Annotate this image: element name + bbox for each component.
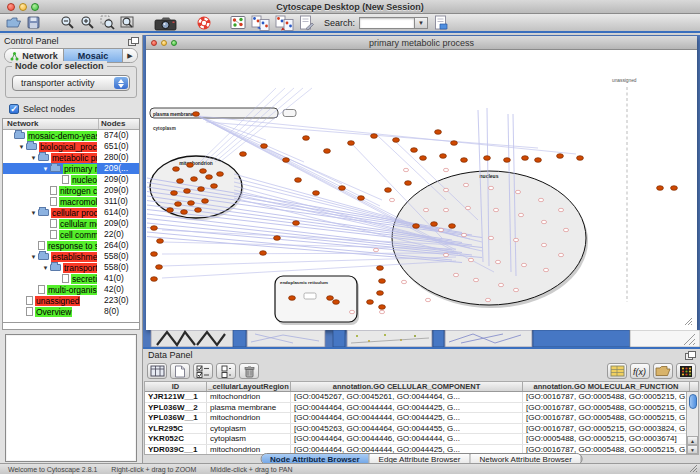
new-attribute-button[interactable]: [170, 363, 190, 379]
gene-node-unhighlighted[interactable]: [463, 183, 468, 186]
gene-node[interactable]: [200, 169, 207, 174]
zoom-out-button[interactable]: [60, 14, 76, 32]
background-windows-strip[interactable]: [143, 330, 700, 347]
er-collapsed-group[interactable]: [304, 293, 316, 299]
node-color-dropdown[interactable]: transporter activity: [12, 75, 130, 91]
gene-node[interactable]: [377, 291, 384, 296]
tree-row[interactable]: Overview8(0): [3, 306, 139, 317]
attribute-select-button[interactable]: [147, 363, 167, 379]
plasma-membrane-region[interactable]: plasma membrane: [150, 108, 296, 118]
zoom-in-button[interactable]: [80, 14, 96, 32]
gene-node-unhighlighted[interactable]: [401, 280, 406, 283]
minimize-icon[interactable]: [19, 3, 27, 11]
gene-node[interactable]: [367, 300, 374, 305]
gene-node[interactable]: [504, 158, 511, 163]
gene-node[interactable]: [177, 179, 184, 184]
gene-node[interactable]: [274, 236, 281, 241]
gene-node-unhighlighted[interactable]: [495, 260, 500, 263]
gene-node-unhighlighted[interactable]: [518, 213, 523, 216]
gene-node[interactable]: [358, 196, 365, 201]
gene-node[interactable]: [339, 186, 346, 191]
gene-node[interactable]: [206, 175, 213, 180]
select-all-attributes-button[interactable]: [193, 363, 213, 379]
gene-node[interactable]: [283, 158, 290, 163]
gene-node[interactable]: [413, 224, 420, 229]
tree-column-nodes[interactable]: Nodes: [99, 119, 139, 129]
tree-row[interactable]: cell communicat22(0): [3, 229, 139, 240]
gene-node-unhighlighted[interactable]: [563, 228, 568, 231]
tree-row[interactable]: secretion41(0): [3, 273, 139, 284]
open-button[interactable]: [6, 14, 22, 32]
gene-node-unhighlighted[interactable]: [389, 198, 394, 201]
column-header[interactable]: _cellularLayoutRegion: [207, 382, 291, 391]
gene-node[interactable]: [191, 177, 198, 182]
gene-node[interactable]: [261, 144, 268, 149]
gene-node[interactable]: [385, 188, 392, 193]
gene-node-unhighlighted[interactable]: [558, 253, 563, 256]
gene-node[interactable]: [577, 156, 584, 161]
disclosure-triangle-icon[interactable]: ▼: [29, 254, 38, 260]
gene-node-unhighlighted[interactable]: [438, 228, 443, 231]
gene-node-unhighlighted[interactable]: [538, 198, 543, 201]
help-button[interactable]: [196, 14, 212, 32]
gene-node-unhighlighted[interactable]: [493, 208, 498, 211]
gene-node[interactable]: [151, 277, 158, 282]
column-header[interactable]: ID: [145, 382, 207, 391]
select-nodes-checkbox[interactable]: ✓: [9, 104, 19, 114]
gene-node[interactable]: [198, 187, 205, 192]
tree-row[interactable]: macromolecule311(0): [3, 196, 139, 207]
gene-node[interactable]: [451, 141, 458, 146]
gene-node[interactable]: [327, 296, 334, 301]
tree-row[interactable]: nucleobase-209(0): [3, 174, 139, 185]
birds-eye-view[interactable]: [5, 334, 137, 462]
tree-row[interactable]: mosaic-demo-yeast874(0): [3, 130, 139, 141]
column-header[interactable]: annotation.GO CELLULAR_COMPONENT: [291, 382, 523, 391]
gene-node[interactable]: [333, 300, 340, 305]
gene-node-unhighlighted[interactable]: [473, 278, 478, 281]
unselect-all-attributes-button[interactable]: [216, 363, 236, 379]
gene-node-unhighlighted[interactable]: [541, 243, 546, 246]
gene-node[interactable]: [295, 178, 302, 183]
gene-node[interactable]: [181, 210, 188, 215]
disclosure-triangle-icon[interactable]: ▼: [29, 155, 38, 161]
gene-node-unhighlighted[interactable]: [513, 288, 518, 291]
gene-node[interactable]: [184, 189, 191, 194]
gene-node[interactable]: [348, 141, 355, 146]
gene-node-unhighlighted[interactable]: [488, 186, 493, 189]
gene-node[interactable]: [157, 239, 164, 244]
save-button[interactable]: [26, 14, 42, 32]
gene-node[interactable]: [657, 186, 664, 191]
tree-row[interactable]: ▼biological_process651(0): [3, 141, 139, 152]
zoom-fit-button[interactable]: [120, 14, 136, 32]
gene-node[interactable]: [371, 134, 378, 139]
gene-node[interactable]: [449, 224, 456, 229]
gene-node-unhighlighted[interactable]: [515, 190, 520, 193]
gene-node[interactable]: [156, 265, 163, 270]
gene-node[interactable]: [484, 156, 491, 161]
disclosure-triangle-icon[interactable]: ▼: [17, 144, 26, 150]
gene-node[interactable]: [393, 138, 400, 143]
network-overview-button[interactable]: [230, 14, 247, 32]
gene-node[interactable]: [440, 154, 447, 159]
gene-node[interactable]: [175, 202, 182, 207]
gene-node[interactable]: [522, 156, 529, 161]
app-resize-grip-icon[interactable]: [689, 464, 698, 474]
gene-node-unhighlighted[interactable]: [373, 248, 378, 251]
gene-node-unhighlighted[interactable]: [425, 298, 430, 301]
gene-node[interactable]: [377, 266, 384, 271]
attribute-batch-button[interactable]: [607, 363, 627, 379]
advanced-search-button[interactable]: [434, 14, 449, 32]
formula-builder-button[interactable]: f(x): [630, 363, 650, 379]
vizmapper-button[interactable]: [299, 14, 314, 32]
close-icon[interactable]: [7, 3, 15, 11]
search-dropdown-button[interactable]: ▼: [415, 17, 428, 29]
gene-node-unhighlighted[interactable]: [453, 273, 458, 276]
gene-node[interactable]: [671, 186, 678, 191]
gene-node[interactable]: [167, 208, 174, 213]
gene-node-unhighlighted[interactable]: [521, 263, 526, 266]
gene-node[interactable]: [211, 184, 218, 189]
gene-node-unhighlighted[interactable]: [423, 208, 428, 211]
tree-row[interactable]: unassigned223(0): [3, 295, 139, 306]
tree-row[interactable]: cellular metabo209(0): [3, 218, 139, 229]
net-minimize-icon[interactable]: [161, 40, 167, 46]
